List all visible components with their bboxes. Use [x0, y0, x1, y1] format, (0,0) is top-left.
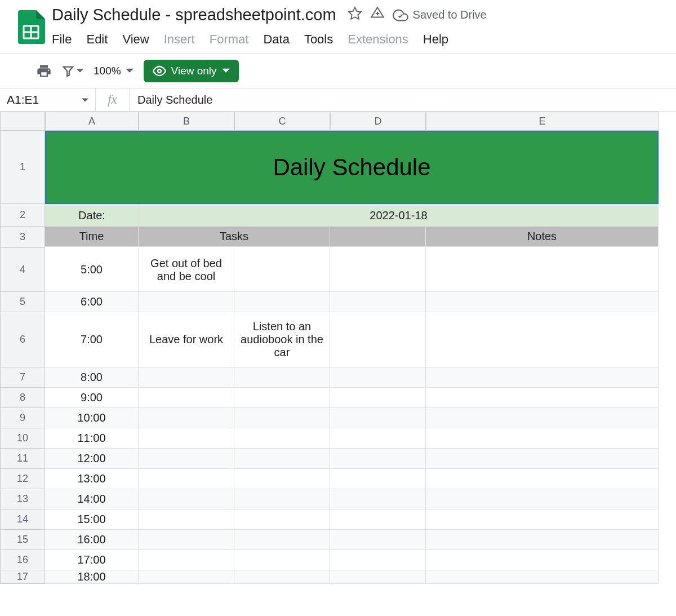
row-header-9[interactable]: 9 — [0, 408, 45, 428]
cell-B4[interactable]: Get out of bed and be cool — [139, 248, 234, 292]
row-header-7[interactable]: 7 — [0, 367, 45, 388]
cell-E17[interactable] — [426, 570, 659, 584]
cell-A6[interactable]: 7:00 — [45, 312, 139, 367]
view-only-button[interactable]: View only — [144, 60, 239, 82]
row-header-15[interactable]: 15 — [0, 530, 45, 550]
cell-D4[interactable] — [330, 248, 426, 292]
menu-data[interactable]: Data — [263, 32, 289, 47]
cell-B15[interactable] — [139, 530, 234, 550]
column-header-E[interactable]: E — [426, 112, 659, 131]
row-header-2[interactable]: 2 — [0, 204, 45, 227]
notes-header-cell[interactable]: Notes — [426, 227, 659, 247]
time-header-cell[interactable]: Time — [45, 227, 139, 247]
cell-E16[interactable] — [426, 550, 659, 570]
menu-file[interactable]: File — [52, 32, 72, 47]
cell-E8[interactable] — [426, 388, 659, 408]
row-header-12[interactable]: 12 — [0, 469, 45, 489]
cell-A5[interactable]: 6:00 — [45, 292, 139, 312]
cell-D7[interactable] — [330, 367, 426, 388]
cell-C6[interactable]: Listen to an audiobook in the car — [234, 312, 330, 367]
print-icon[interactable] — [36, 63, 52, 79]
row-header-14[interactable]: 14 — [0, 509, 45, 530]
cell-B7[interactable] — [139, 367, 234, 388]
cell-B16[interactable] — [139, 550, 234, 570]
row-header-6[interactable]: 6 — [0, 312, 45, 367]
cell-D16[interactable] — [330, 550, 426, 570]
cell-D17[interactable] — [330, 570, 426, 584]
cell-E12[interactable] — [426, 469, 659, 489]
cell-C10[interactable] — [234, 428, 330, 449]
title-cell[interactable]: Daily Schedule — [45, 131, 659, 204]
cell-B9[interactable] — [139, 408, 234, 428]
row-header-11[interactable]: 11 — [0, 449, 45, 469]
cell-A10[interactable]: 11:00 — [45, 428, 139, 449]
cell-C16[interactable] — [234, 550, 330, 570]
cell-A12[interactable]: 13:00 — [45, 469, 139, 489]
name-box[interactable]: A1:E1 — [0, 88, 96, 111]
row-header-17[interactable]: 17 — [0, 570, 45, 584]
cell-C14[interactable] — [234, 509, 330, 530]
row-header-8[interactable]: 8 — [0, 388, 45, 408]
document-title[interactable]: Daily Schedule - spreadsheetpoint.com — [52, 6, 336, 24]
cell-B14[interactable] — [139, 509, 234, 530]
cell-E10[interactable] — [426, 428, 659, 449]
cell-D3[interactable] — [330, 227, 426, 247]
cell-C12[interactable] — [234, 469, 330, 489]
menu-view[interactable]: View — [122, 32, 149, 47]
cell-A17[interactable]: 18:00 — [45, 570, 139, 584]
cell-E14[interactable] — [426, 509, 659, 530]
row-header-4[interactable]: 4 — [0, 248, 45, 292]
cell-D9[interactable] — [330, 408, 426, 428]
cell-D15[interactable] — [330, 530, 426, 550]
date-value-cell[interactable]: 2022-01-18 — [139, 204, 659, 227]
row-header-1[interactable]: 1 — [0, 131, 45, 204]
column-header-D[interactable]: D — [330, 112, 426, 131]
cell-B8[interactable] — [139, 388, 234, 408]
cell-C7[interactable] — [234, 367, 330, 388]
cell-D8[interactable] — [330, 388, 426, 408]
cell-D10[interactable] — [330, 428, 426, 449]
cell-E6[interactable] — [426, 312, 659, 367]
cell-B17[interactable] — [139, 570, 234, 584]
cell-B5[interactable] — [139, 292, 234, 312]
cell-B12[interactable] — [139, 469, 234, 489]
cell-D14[interactable] — [330, 509, 426, 530]
cell-A13[interactable]: 14:00 — [45, 489, 139, 509]
cell-C8[interactable] — [234, 388, 330, 408]
cell-B13[interactable] — [139, 489, 234, 509]
cell-D12[interactable] — [330, 469, 426, 489]
date-label-cell[interactable]: Date: — [45, 204, 139, 227]
row-header-10[interactable]: 10 — [0, 428, 45, 449]
cell-E5[interactable] — [426, 292, 659, 312]
cell-E11[interactable] — [426, 449, 659, 469]
row-header-16[interactable]: 16 — [0, 550, 45, 570]
zoom-dropdown[interactable]: 100% — [94, 65, 134, 77]
star-icon[interactable] — [348, 6, 362, 24]
menu-edit[interactable]: Edit — [86, 32, 108, 47]
cell-A16[interactable]: 17:00 — [45, 550, 139, 570]
cell-A15[interactable]: 16:00 — [45, 530, 139, 550]
cell-C4[interactable] — [234, 248, 330, 292]
menu-help[interactable]: Help — [423, 32, 448, 47]
cell-A4[interactable]: 5:00 — [45, 248, 139, 292]
cell-E15[interactable] — [426, 530, 659, 550]
row-header-3[interactable]: 3 — [0, 227, 45, 248]
column-header-A[interactable]: A — [45, 112, 139, 131]
cell-A11[interactable]: 12:00 — [45, 449, 139, 469]
cell-D11[interactable] — [330, 449, 426, 469]
column-header-C[interactable]: C — [234, 112, 330, 131]
cell-B10[interactable] — [139, 428, 234, 449]
select-all-corner[interactable] — [0, 112, 45, 131]
cell-E4[interactable] — [426, 248, 659, 292]
filter-icon[interactable] — [62, 65, 83, 77]
row-header-5[interactable]: 5 — [0, 292, 45, 312]
cell-B11[interactable] — [139, 449, 234, 469]
cell-C13[interactable] — [234, 489, 330, 509]
cell-A8[interactable]: 9:00 — [45, 388, 139, 408]
row-header-13[interactable]: 13 — [0, 489, 45, 509]
cell-D13[interactable] — [330, 489, 426, 509]
cell-E9[interactable] — [426, 408, 659, 428]
cell-C9[interactable] — [234, 408, 330, 428]
menu-tools[interactable]: Tools — [304, 32, 333, 47]
cell-D5[interactable] — [330, 292, 426, 312]
